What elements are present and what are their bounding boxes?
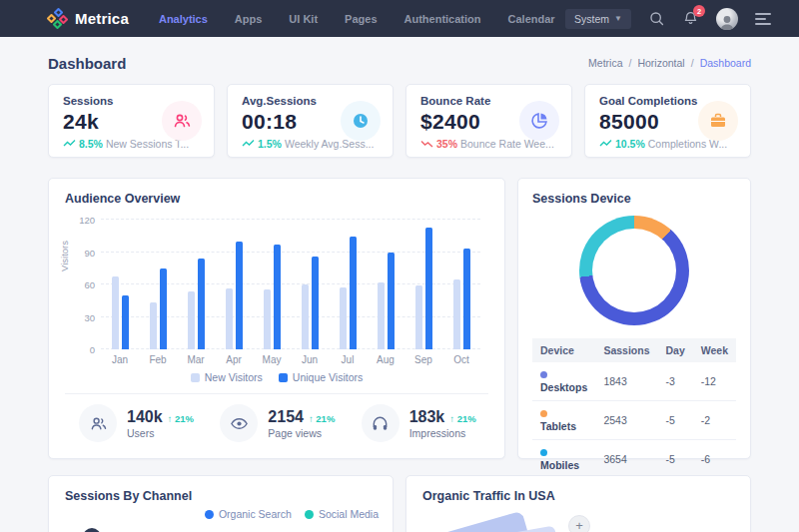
trend-value: 35%	[436, 138, 457, 150]
stat-icon-circle	[220, 404, 258, 442]
trend-value: 1.5%	[258, 138, 282, 150]
table-row: Desktops1843-3-12	[532, 362, 736, 401]
device-color-dot	[540, 371, 547, 378]
device-sessions: 3654	[595, 440, 657, 479]
stat-card-sessions: Sessions 24k 8.5% New Sessions T...	[48, 84, 215, 158]
stat-icon-circle	[162, 101, 202, 141]
audience-overview-card: Audience Overview Visitors 0306090120 Ja…	[48, 178, 505, 459]
bar-unique-visitors	[388, 253, 395, 350]
stat-delta: ↑ 21%	[168, 413, 194, 424]
bar-unique-visitors	[425, 228, 432, 349]
bar-group-mar	[177, 220, 215, 349]
y-tick-label: 30	[69, 311, 95, 322]
x-tick-label: Feb	[139, 354, 177, 365]
legend-swatch	[305, 510, 314, 519]
sessions-device-donut-chart	[579, 216, 689, 325]
bar-new-visitors	[188, 291, 195, 350]
sessions-by-channel-card: Sessions By Channel Organic SearchSocial…	[48, 475, 394, 532]
bar-unique-visitors	[274, 245, 281, 349]
clock-icon	[351, 111, 371, 131]
stat-icon-circle	[79, 404, 117, 442]
legend-item-organic-search[interactable]: Organic Search	[205, 508, 292, 520]
nav-item-apps[interactable]: Apps	[235, 13, 263, 25]
bar-unique-visitors	[236, 242, 243, 349]
briefcase-icon	[708, 111, 728, 131]
nav-item-calendar[interactable]: Calendar	[508, 13, 555, 25]
search-icon[interactable]	[648, 10, 665, 27]
main-nav: AnalyticsAppsUI KitPagesAuthenticationCa…	[159, 13, 555, 25]
legend-swatch	[191, 373, 200, 382]
table-header: Device	[532, 338, 595, 362]
usa-map	[430, 511, 533, 532]
bar-group-oct	[442, 220, 480, 349]
system-dropdown[interactable]: System ▼	[565, 9, 631, 29]
nav-item-authentication[interactable]: Authentication	[404, 13, 481, 25]
page-title: Dashboard	[48, 55, 126, 72]
breadcrumb-separator: /	[629, 57, 632, 69]
nav-item-ui-kit[interactable]: UI Kit	[289, 13, 318, 25]
bar-unique-visitors	[312, 257, 319, 349]
y-tick-label: 90	[69, 247, 95, 258]
trend-value: 10.5%	[615, 138, 645, 150]
nav-item-analytics[interactable]: Analytics	[159, 13, 208, 25]
y-tick-label: 60	[69, 279, 95, 290]
breadcrumb-item[interactable]: Horizontal	[637, 57, 684, 69]
x-axis-labels: JanFebMarAprMayJunJulAugSepOct	[101, 354, 480, 365]
table-row: Tablets2543-5-2	[532, 401, 736, 440]
x-tick-label: May	[253, 354, 291, 365]
audience-stat-users: 140k ↑ 21% Users	[65, 404, 206, 442]
stat-number: 140k	[127, 408, 163, 426]
audience-bar-chart: Visitors 0306090120 JanFebMarAprMayJunJu…	[65, 220, 488, 383]
bar-new-visitors	[150, 302, 157, 349]
x-tick-label: Jul	[329, 354, 367, 365]
user-avatar[interactable]	[716, 8, 738, 30]
brand-name: Metrica	[75, 10, 129, 27]
bar-group-jan	[101, 220, 139, 349]
legend-item-new-visitors[interactable]: New Visitors	[191, 371, 263, 383]
x-tick-label: Aug	[367, 354, 404, 365]
breadcrumb: Metrica / Horizontal / Dashboard	[588, 57, 751, 69]
bar-new-visitors	[302, 284, 309, 349]
stat-delta: ↑ 21%	[309, 413, 335, 424]
top-navbar: Metrica AnalyticsAppsUI KitPagesAuthenti…	[0, 0, 799, 37]
stat-number: 183k	[409, 408, 445, 426]
x-tick-label: Sep	[404, 354, 442, 365]
notification-badge: 2	[693, 5, 705, 17]
eye-icon	[230, 414, 249, 433]
x-tick-label: Oct	[442, 354, 480, 365]
trend-up-icon	[599, 139, 612, 149]
bar-group-may	[253, 220, 291, 349]
x-tick-label: Mar	[177, 354, 215, 365]
nav-item-pages[interactable]: Pages	[345, 13, 377, 25]
chevron-down-icon: ▼	[614, 14, 622, 23]
stat-icon-circle	[362, 404, 400, 442]
device-name: Mobiles	[540, 459, 579, 471]
card-title: Sessions Device	[532, 192, 736, 206]
device-week: -12	[693, 362, 736, 401]
users-icon	[172, 111, 192, 131]
stat-cards-row: Sessions 24k 8.5% New Sessions T... Avg.…	[48, 84, 751, 158]
x-tick-label: Jun	[291, 354, 329, 365]
channel-legend: Organic SearchSocial Media	[205, 508, 379, 520]
breadcrumb-item[interactable]: Metrica	[588, 57, 622, 69]
bar-new-visitors	[378, 282, 385, 349]
stat-card-goal-completions: Goal Completions 85000 10.5% Completions…	[584, 84, 751, 158]
stat-card-avg-sessions: Avg.Sessions 00:18 1.5% Weekly Avg.Sess.…	[227, 84, 394, 158]
device-name: Desktops	[540, 381, 587, 393]
notifications-button[interactable]: 2	[682, 10, 699, 27]
bar-group-feb	[139, 220, 177, 349]
brand-logo[interactable]: Metrica	[48, 9, 129, 29]
stat-icon-circle	[519, 101, 559, 141]
bar-new-visitors	[415, 285, 422, 349]
legend-item-unique-visitors[interactable]: Unique Visitors	[279, 371, 363, 383]
stat-card-bounce-rate: Bounce Rate $2400 35% Bounce Rate Wee...	[405, 84, 572, 158]
audience-stats-strip: 140k ↑ 21% Users 2154 ↑ 21%	[65, 393, 488, 442]
map-zoom-in-button[interactable]: +	[568, 515, 590, 532]
legend-item-social-media[interactable]: Social Media	[305, 508, 379, 520]
bar-group-sep	[404, 220, 442, 349]
menu-icon[interactable]	[755, 13, 771, 25]
audience-stat-impressions: 183k ↑ 21% Impressions	[348, 404, 488, 442]
trend-value: 8.5%	[79, 138, 103, 150]
device-table: DeviceSassionsDayWeek Desktops1843-3-12T…	[532, 338, 736, 478]
bar-new-visitors	[340, 287, 347, 349]
